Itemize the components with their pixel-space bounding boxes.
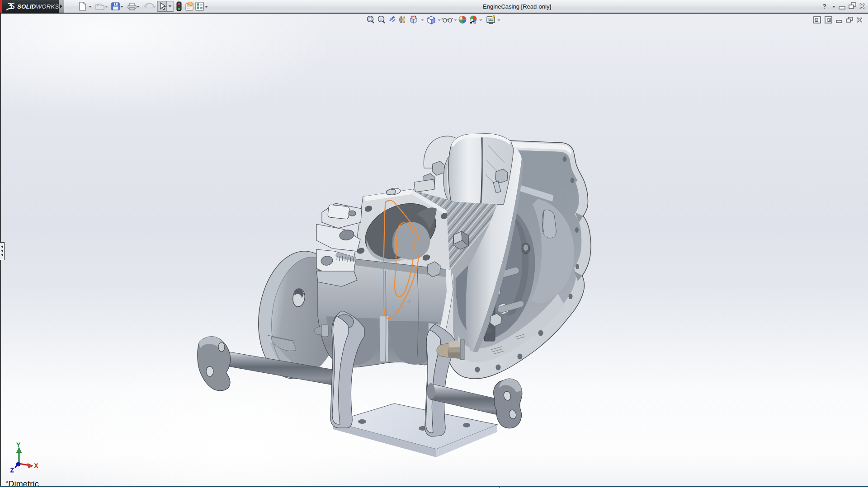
svg-text:X: X <box>34 463 38 469</box>
svg-text:Y: Y <box>17 442 20 448</box>
svg-text:Z: Z <box>10 467 14 474</box>
